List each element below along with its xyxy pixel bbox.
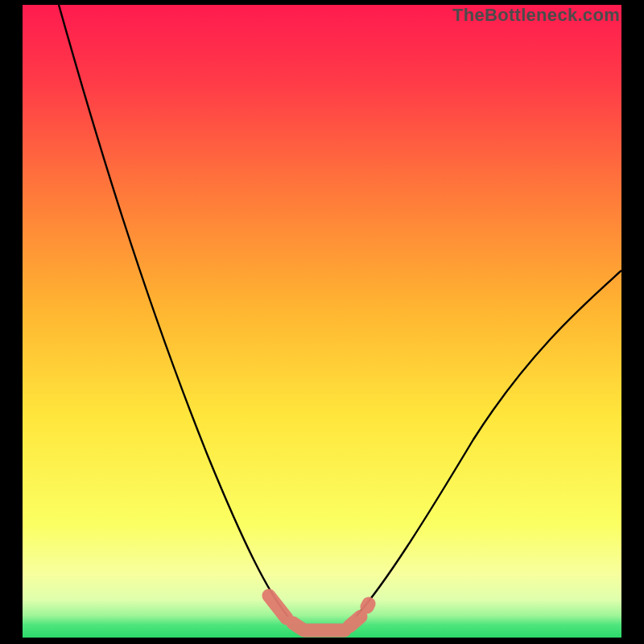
right-curve [356,270,621,617]
chart-curves [23,5,621,638]
chart-frame [23,5,621,638]
salmon-seg-5 [367,604,369,607]
left-curve [59,5,288,617]
salmon-seg-4 [349,617,361,626]
valley-salmon-group [269,596,369,630]
watermark-text: TheBottleneck.com [452,5,620,26]
salmon-seg-1 [269,596,287,618]
